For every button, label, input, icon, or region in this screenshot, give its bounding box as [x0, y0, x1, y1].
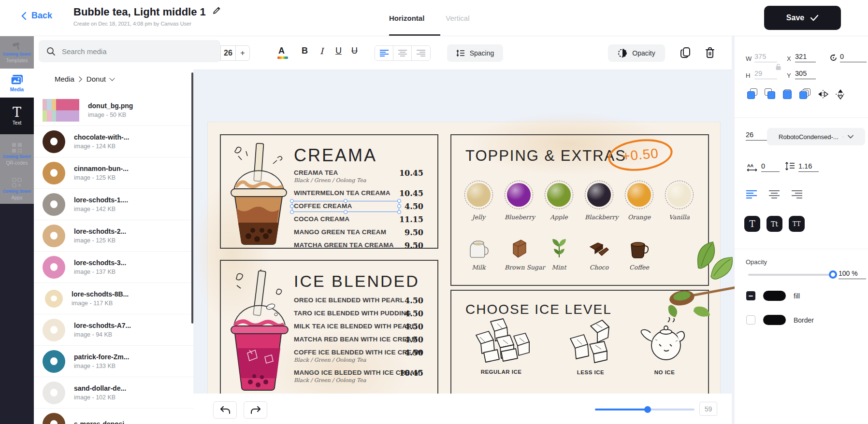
- align-right-button[interactable]: [412, 46, 430, 60]
- sidebar-item-media[interactable]: Media: [0, 69, 34, 98]
- media-list-item[interactable]: s-mores-deposi...: [34, 409, 193, 424]
- bring-forward-button[interactable]: [747, 88, 759, 100]
- x-field[interactable]: 321: [795, 53, 816, 62]
- media-list-item[interactable]: chocolate-with-... image - 124 KB: [34, 126, 193, 157]
- sidebar-item-text[interactable]: T Text: [0, 98, 34, 134]
- media-list-item[interactable]: lore-schodts-A7... image - 94 KB: [34, 314, 193, 346]
- selection-handle[interactable]: [290, 199, 294, 203]
- selection-handle[interactable]: [290, 210, 294, 214]
- selected-text-element[interactable]: [292, 201, 399, 212]
- font-family-select[interactable]: RobotoCondensed-... ·: [767, 128, 865, 145]
- ice-level-option[interactable]: LESS ICE: [557, 319, 624, 375]
- align-center-button[interactable]: [768, 190, 780, 199]
- media-list-item[interactable]: patrick-fore-Zm... image - 133 KB: [34, 346, 193, 377]
- topping-item[interactable]: Orange: [625, 181, 653, 221]
- allcaps-button[interactable]: TT: [789, 216, 805, 232]
- media-list-item[interactable]: cinnamon-bun-... image - 125 KB: [34, 157, 193, 189]
- zoom-slider[interactable]: [595, 409, 694, 410]
- opacity-slider-handle[interactable]: [829, 270, 837, 279]
- media-list-scrollbar[interactable]: [191, 72, 193, 324]
- bold-button[interactable]: B: [302, 46, 308, 56]
- sidebar-item-apps[interactable]: Coming Soon! Apps: [0, 174, 34, 204]
- undo-button[interactable]: [213, 401, 237, 419]
- line-height-field[interactable]: 1.16: [798, 162, 819, 172]
- topping-item[interactable]: Mint: [545, 234, 573, 271]
- border-color-swatch[interactable]: [763, 315, 786, 325]
- border-checkbox[interactable]: [746, 315, 755, 325]
- media-list-item[interactable]: donut_bg.png image - 50 KB: [34, 95, 193, 126]
- media-list-item[interactable]: lore-schodts-1.... image - 142 KB: [34, 189, 193, 220]
- selection-handle[interactable]: [397, 204, 401, 208]
- save-button[interactable]: Save: [764, 6, 841, 30]
- tab-horizontal[interactable]: Horizontal: [389, 14, 424, 22]
- uppercase-single-button[interactable]: T: [744, 216, 760, 232]
- width-field[interactable]: 375: [754, 53, 777, 62]
- sidebar-item-templates[interactable]: Coming Soon! Templates: [0, 36, 34, 69]
- font-size-increase-button[interactable]: +: [236, 46, 249, 60]
- menu-item[interactable]: COFFE ICE BLENDED WITH ICE CREAM Black /…: [294, 348, 423, 364]
- selection-handle[interactable]: [344, 199, 347, 203]
- delete-button[interactable]: [705, 47, 715, 60]
- opacity-value-field[interactable]: 100 %: [839, 269, 866, 279]
- menu-item[interactable]: COCOA CREAMA 11.15: [294, 215, 423, 223]
- align-left-button[interactable]: [746, 190, 757, 199]
- menu-item[interactable]: CREAMA TEA Black / Green / Oolong Tea 10…: [294, 169, 423, 184]
- selection-handle[interactable]: [290, 204, 294, 208]
- strikethrough-button[interactable]: U: [351, 46, 358, 56]
- sidebar-item-qr-codes[interactable]: Coming Soon! QR-codes: [0, 134, 34, 174]
- menu-item[interactable]: OREO ICE BLENDED WITH PEARL 4.50: [294, 296, 423, 304]
- topping-item[interactable]: Blueberry: [505, 181, 533, 221]
- fill-checkbox[interactable]: [746, 291, 755, 300]
- menu-item[interactable]: MANGO GREEN TEA CREAM 9.50: [294, 228, 423, 236]
- selection-handle[interactable]: [397, 199, 401, 203]
- menu-item[interactable]: TARO ICE BLENDED WITH PUDDING 4.50: [294, 309, 423, 317]
- align-right-button[interactable]: [791, 190, 803, 199]
- media-list-item[interactable]: lore-schodts-2... image - 125 KB: [34, 220, 193, 252]
- design-canvas[interactable]: CREAMA CREAMA TEA Black / Green / Oolong…: [193, 70, 732, 394]
- bring-to-front-button[interactable]: [782, 88, 794, 100]
- zoom-slider-handle[interactable]: [644, 406, 651, 413]
- align-left-button[interactable]: [375, 46, 393, 60]
- breadcrumb-current[interactable]: Donut: [87, 75, 106, 83]
- tab-vertical[interactable]: Vertical: [446, 14, 469, 22]
- topping-item[interactable]: Vanilla: [665, 181, 694, 221]
- menu-poster[interactable]: CREAMA CREAMA TEA Black / Green / Oolong…: [208, 122, 720, 406]
- menu-item[interactable]: MATCHA RED BEAN WITH ICE CREAM 4.50: [294, 335, 423, 343]
- chevron-down-icon[interactable]: [109, 75, 115, 81]
- selection-handle[interactable]: [344, 210, 347, 214]
- zoom-value[interactable]: 59: [699, 402, 717, 416]
- topping-item[interactable]: Blackberry: [585, 181, 613, 221]
- fill-color-swatch[interactable]: [763, 291, 786, 301]
- topping-item[interactable]: Apple: [545, 181, 573, 221]
- flip-vertical-icon[interactable]: [835, 88, 846, 100]
- lock-aspect-icon[interactable]: [775, 63, 781, 72]
- toppings-title[interactable]: TOPPING & EXTRAS: [465, 147, 626, 165]
- media-list-item[interactable]: lore-schodts-8B... image - 117 KB: [34, 283, 193, 314]
- menu-item[interactable]: MANGO ICE BLEDED WITH ICE CREAM Black / …: [294, 368, 423, 384]
- search-input[interactable]: Search media: [39, 40, 220, 62]
- ice-level-title[interactable]: CHOOSE ICE LEVEL: [465, 302, 612, 317]
- flip-horizontal-icon[interactable]: [817, 89, 829, 99]
- italic-button[interactable]: I: [320, 46, 323, 56]
- text-color-button[interactable]: A: [278, 46, 285, 56]
- topping-item[interactable]: Jelly: [464, 181, 493, 221]
- height-field[interactable]: 29: [754, 70, 777, 79]
- underline-button[interactable]: U: [335, 46, 342, 56]
- selection-handle[interactable]: [397, 210, 401, 214]
- topping-item[interactable]: Brown Sugar: [505, 234, 533, 271]
- letter-spacing-field[interactable]: 0: [761, 162, 780, 172]
- topping-item[interactable]: Choco: [585, 234, 613, 271]
- media-list-item[interactable]: sand-dollar-de... image - 102 KB: [34, 377, 193, 409]
- edit-title-icon[interactable]: [213, 6, 221, 16]
- menu-item[interactable]: MATCHA GREEN TEA CREAMA 9.50: [294, 241, 423, 249]
- duplicate-button[interactable]: [680, 47, 691, 60]
- ice-level-option[interactable]: NO ICE: [633, 313, 696, 375]
- menu-item[interactable]: MILK TEA ICE BLENDED WITH PEARL 4.50: [294, 322, 423, 330]
- font-size-value[interactable]: 26: [220, 46, 236, 60]
- media-list-item[interactable]: lore-schodts-3... image - 137 KB: [34, 252, 193, 283]
- rotation-field[interactable]: 0: [840, 53, 867, 62]
- ice-level-option[interactable]: REGULAR ICE: [460, 317, 542, 375]
- send-to-back-button[interactable]: [799, 88, 811, 100]
- y-field[interactable]: 305: [795, 70, 816, 79]
- opacity-slider[interactable]: [748, 274, 835, 276]
